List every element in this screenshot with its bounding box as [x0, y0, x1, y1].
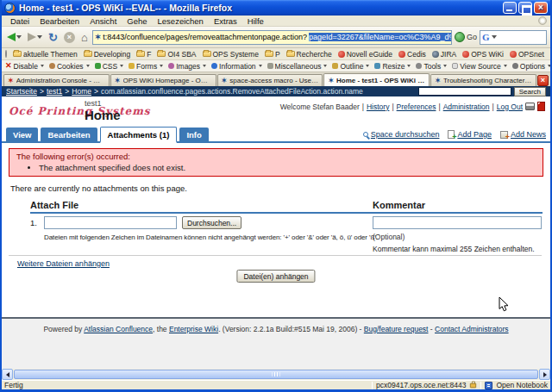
- bookmark-item[interactable]: JIRA: [432, 50, 456, 59]
- search-engine-dropdown-icon[interactable]: [492, 35, 497, 39]
- maximize-button[interactable]: [518, 2, 532, 14]
- attach-files-button[interactable]: Datei(en) anhängen: [236, 270, 315, 283]
- menu-ansicht[interactable]: Ansicht: [85, 16, 122, 26]
- webdev-forms[interactable]: Forms: [129, 62, 163, 71]
- extension-icon[interactable]: [5, 50, 7, 58]
- notebook-icon[interactable]: [485, 382, 492, 389]
- preferences-link[interactable]: Preferences: [397, 103, 436, 111]
- breadcrumb-startseite[interactable]: Startseite: [6, 87, 37, 96]
- browser-tab[interactable]: ✶Troubleshooting Character Encodin...: [430, 74, 536, 86]
- go-button[interactable]: Go: [455, 32, 477, 42]
- bookmark-label: OI4 SBA: [167, 50, 196, 59]
- horizontal-scrollbar[interactable]: [2, 369, 550, 380]
- reload-button[interactable]: ↻: [47, 30, 60, 45]
- tab-info[interactable]: Info: [179, 128, 208, 141]
- add-page-action[interactable]: Add Page: [448, 130, 492, 139]
- forward-button[interactable]: [26, 31, 44, 43]
- browser-tab[interactable]: ✶space-access macro - User Guides -...: [217, 74, 323, 86]
- host-text: pcx09417.ops.oce.net:8443: [376, 381, 466, 389]
- web-search-input[interactable]: [499, 33, 544, 41]
- stop-button[interactable]: ×: [62, 30, 77, 45]
- webdev-resize[interactable]: Resize: [374, 62, 411, 71]
- webdev-disable[interactable]: ✕Disable: [5, 62, 44, 71]
- bookmark-item[interactable]: OPS WiKi: [462, 50, 504, 59]
- webdev-information[interactable]: Information: [211, 62, 262, 71]
- bookmark-item[interactable]: OPSnet: [510, 50, 544, 59]
- menu-hilfe[interactable]: Hilfe: [242, 16, 269, 26]
- webdev-outline[interactable]: Outline: [332, 62, 369, 71]
- close-button[interactable]: ×: [534, 2, 548, 14]
- bookmark-item[interactable]: aktuelle Themen: [13, 50, 78, 59]
- menu-gehe[interactable]: Gehe: [122, 16, 152, 26]
- administration-link[interactable]: Administration: [443, 103, 490, 111]
- bookmarks-toolbar: aktuelle Themen Developing F OI4 SBA OPS…: [2, 48, 550, 60]
- menu-extras[interactable]: Extras: [209, 16, 242, 26]
- google-icon[interactable]: G: [482, 33, 490, 42]
- close-tab-button[interactable]: ×: [537, 75, 549, 86]
- tab-bearbeiten[interactable]: Bearbeiten: [41, 128, 97, 141]
- tab-favicon: ✶: [435, 77, 441, 84]
- print-icon[interactable]: [525, 103, 535, 110]
- menu-lesezeichen[interactable]: Lesezeichen: [153, 16, 209, 26]
- webdev-view-source[interactable]: View Source: [452, 62, 507, 71]
- webdev-options[interactable]: Options: [512, 62, 550, 71]
- browse-button[interactable]: Durchsuchen...: [182, 216, 242, 229]
- bookmark-item[interactable]: P: [265, 50, 280, 59]
- minimize-button[interactable]: [503, 2, 517, 14]
- scroll-left-button[interactable]: [2, 369, 13, 380]
- bookmark-item[interactable]: Novell eGuide: [338, 50, 392, 59]
- add-page-icon: [448, 130, 455, 139]
- enterprise-wiki-link[interactable]: Enterprise Wiki: [169, 325, 218, 333]
- menu-datei[interactable]: Datei: [5, 16, 34, 26]
- tab-favicon: ✶: [8, 77, 14, 84]
- space-search-action[interactable]: Space durchsuchen: [363, 130, 440, 139]
- webdev-css[interactable]: CSS: [95, 62, 123, 71]
- webdev-miscellaneous[interactable]: Miscellaneous: [267, 62, 328, 71]
- site-search-input[interactable]: [418, 87, 511, 96]
- file-row-number: 1.: [30, 218, 37, 227]
- outline-pencil-icon: [332, 63, 338, 69]
- pdf-export-icon[interactable]: [537, 102, 545, 111]
- firefox-icon: [4, 3, 16, 14]
- menu-bearbeiten[interactable]: Bearbeiten: [34, 16, 85, 26]
- bug-request-link[interactable]: Bug/feature request: [364, 325, 429, 333]
- web-search-box[interactable]: G: [480, 30, 547, 45]
- options-gear-icon: [512, 63, 518, 69]
- bookmark-item[interactable]: Developing: [84, 50, 131, 59]
- webdev-tools[interactable]: Tools: [416, 62, 447, 71]
- bookmark-item[interactable]: F: [136, 50, 151, 59]
- comment-input[interactable]: [373, 216, 542, 229]
- bookmark-item[interactable]: OI4 SBA: [157, 50, 196, 59]
- back-dropdown-icon[interactable]: [16, 35, 22, 39]
- breadcrumb-test1[interactable]: test1: [47, 87, 62, 96]
- webdev-images[interactable]: Images: [168, 62, 206, 71]
- home-button[interactable]: ⌂: [79, 30, 90, 45]
- status-lock-icon[interactable]: [470, 383, 476, 388]
- scroll-right-button[interactable]: [539, 369, 550, 380]
- bookmark-item[interactable]: OPS Systeme: [203, 50, 259, 59]
- comment-heading: Kommentar: [373, 200, 425, 210]
- contact-admins-link[interactable]: Contact Administrators: [435, 325, 509, 333]
- open-notebook-label[interactable]: Open Notebook: [496, 381, 548, 389]
- browser-tab-active[interactable]: ✶Home - test1 - OPS WiKi --EVA...: [323, 73, 430, 86]
- forward-dropdown-icon[interactable]: [37, 35, 42, 39]
- back-button[interactable]: [5, 31, 23, 43]
- scrollbar-thumb[interactable]: [14, 370, 538, 379]
- atlassian-link[interactable]: Atlassian Confluence: [84, 325, 153, 333]
- bookmark-label: Developing: [94, 50, 131, 59]
- url-bar[interactable]: ✶ t:8443/confluence/pages/removeattachme…: [92, 30, 452, 45]
- browser-tab[interactable]: ✶OPS WiKi Homepage - OPS WiKi: [110, 74, 216, 86]
- logout-link[interactable]: Log Out: [497, 103, 523, 111]
- site-search-button[interactable]: Search: [514, 87, 546, 96]
- bookmark-item[interactable]: Cedis: [398, 50, 426, 59]
- webdev-cookies[interactable]: Cookies: [49, 62, 90, 71]
- file-path-input[interactable]: [44, 216, 177, 229]
- tab-attachments[interactable]: Attachments (1): [100, 127, 178, 143]
- bookmark-item[interactable]: Recherche: [286, 50, 332, 59]
- breadcrumb-home[interactable]: Home: [72, 87, 91, 96]
- more-files-link[interactable]: Weitere Dateien anhängen: [17, 259, 110, 268]
- browser-tab[interactable]: ✶Administration Console - OPS WiKi: [3, 74, 110, 86]
- tab-view[interactable]: View: [6, 128, 38, 141]
- add-news-action[interactable]: Add News: [500, 130, 546, 139]
- history-link[interactable]: History: [367, 103, 389, 111]
